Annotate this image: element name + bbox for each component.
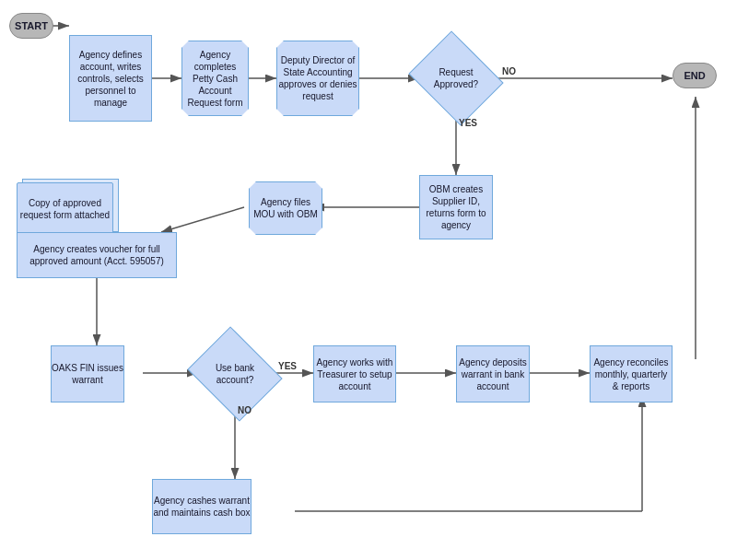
yes2-label: YES <box>278 361 297 371</box>
n11-node: Agency deposits warrant in bank account <box>456 345 530 402</box>
n4-diamond: Request Approved? <box>419 48 493 109</box>
n13-node: Agency cashes warrant and maintains cash… <box>152 479 252 534</box>
svg-line-8 <box>161 207 244 232</box>
n2-node: Agency completes Petty Cash Account Requ… <box>181 41 249 116</box>
flowchart: START Agency defines account, writes con… <box>0 0 737 560</box>
n7b-node: Agency creates voucher for full approved… <box>17 232 177 278</box>
n3-node: Deputy Director of State Accounting appr… <box>276 41 359 116</box>
no2-label: NO <box>238 405 252 415</box>
n9-diamond: Use bank account? <box>198 344 272 404</box>
n10-node: Agency works with Treasurer to setup acc… <box>313 345 396 402</box>
start-node: START <box>9 13 53 39</box>
yes1-label: YES <box>459 118 477 128</box>
n12-node: Agency reconciles monthly, quarterly & r… <box>590 345 673 402</box>
n8-node: OAKS FIN issues warrant <box>51 345 124 402</box>
n6-node: Agency files MOU with OBM <box>249 181 322 235</box>
n5-node: OBM creates Supplier ID, returns form to… <box>419 175 493 239</box>
n1-node: Agency defines account, writes controls,… <box>69 35 152 122</box>
end-node: END <box>673 63 717 88</box>
no1-label: NO <box>502 66 516 76</box>
n7a-node: Copy of approved request form attached <box>17 182 113 236</box>
